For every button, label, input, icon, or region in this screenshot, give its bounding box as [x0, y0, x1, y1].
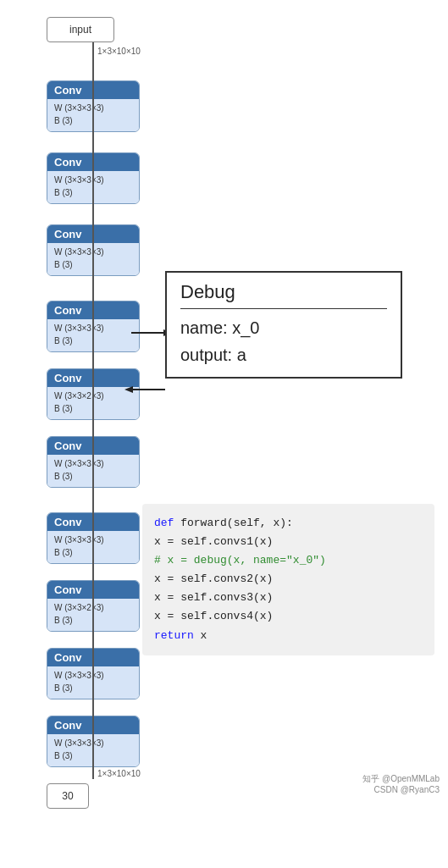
code-line3-text: # x = debug(x, name="x_0") — [154, 554, 326, 567]
conv-body-10: W (3×3×3×3) B (3) — [47, 734, 139, 766]
watermark-line2: CSDN @RyanC3 — [362, 785, 440, 794]
conv-block-6: Conv W (3×3×3×3) B (3) — [47, 436, 140, 488]
diagram-area: input 1×3×10×10 Conv W (3×3×3×3) B (3) C… — [0, 0, 448, 804]
conv-body-6: W (3×3×3×3) B (3) — [47, 455, 139, 487]
conv-body-7: W (3×3×3×3) B (3) — [47, 531, 139, 563]
conv-block-10: Conv W (3×3×3×3) B (3) — [47, 716, 140, 767]
code-line-5: x = self.convs3(x) — [154, 589, 423, 607]
conv-header-2: Conv — [47, 153, 139, 171]
code-line-2: x = self.convs1(x) — [154, 533, 423, 551]
code-line6-text: x = self.convs4(x) — [154, 610, 273, 622]
conv-block-1: Conv W (3×3×3×3) B (3) — [47, 80, 140, 132]
conv-block-3: Conv W (3×3×3×3) B (3) — [47, 224, 140, 276]
code-def-keyword: def — [154, 517, 180, 529]
input-node: input — [47, 17, 114, 42]
bottom-connector-label: 1×3×10×10 — [97, 769, 141, 778]
conv-body-1: W (3×3×3×3) B (3) — [47, 99, 139, 131]
code-return-keyword: return — [154, 629, 201, 642]
conv-header-4: Conv — [47, 301, 139, 319]
code-block: def forward(self, x): x = self.convs1(x)… — [142, 504, 434, 655]
conv-block-9: Conv W (3×3×3×3) B (3) — [47, 648, 140, 699]
debug-name-line: name: x_0 — [180, 314, 387, 341]
conv-header-8: Conv — [47, 581, 139, 599]
conv-block-8: Conv W (3×3×2×3) B (3) — [47, 580, 140, 632]
conv-block-7: Conv W (3×3×3×3) B (3) — [47, 512, 140, 564]
conv-body-9: W (3×3×3×3) B (3) — [47, 666, 139, 699]
code-line-4: x = self.convs2(x) — [154, 570, 423, 589]
conv-body-8: W (3×3×2×3) B (3) — [47, 599, 139, 631]
conv-header-1: Conv — [47, 81, 139, 99]
conv-block-5: Conv W (3×3×2×3) B (3) — [47, 368, 140, 420]
debug-output-line: output: a — [180, 341, 387, 368]
top-connector-label: 1×3×10×10 — [97, 47, 141, 56]
code-line-1: def forward(self, x): — [154, 514, 423, 533]
conv-header-10: Conv — [47, 716, 139, 734]
conv-block-2: Conv W (3×3×3×3) B (3) — [47, 152, 140, 204]
conv-header-6: Conv — [47, 437, 139, 455]
code-line-3: # x = debug(x, name="x_0") — [154, 551, 423, 570]
debug-box: Debug name: x_0 output: a — [165, 271, 402, 379]
conv-body-5: W (3×3×2×3) B (3) — [47, 387, 139, 419]
conv-header-9: Conv — [47, 649, 139, 666]
code-line-6: x = self.convs4(x) — [154, 607, 423, 626]
code-line2-text: x = self.convs1(x) — [154, 535, 273, 548]
debug-content: name: x_0 output: a — [180, 314, 387, 368]
conv-block-4: Conv W (3×3×3×3) B (3) — [47, 301, 140, 352]
conv-header-7: Conv — [47, 513, 139, 531]
code-line1-text: forward(self, x): — [180, 517, 293, 529]
conv-body-3: W (3×3×3×3) B (3) — [47, 243, 139, 275]
watermark-line1: 知乎 @OpenMMLab — [362, 773, 440, 785]
code-line-7: return x — [154, 627, 423, 645]
code-return-val: x — [201, 629, 207, 642]
output-node: 30 — [47, 783, 89, 809]
conv-body-4: W (3×3×3×3) B (3) — [47, 319, 139, 351]
conv-header-3: Conv — [47, 225, 139, 243]
code-line4-text: x = self.convs2(x) — [154, 572, 273, 585]
watermark: 知乎 @OpenMMLab CSDN @RyanC3 — [362, 773, 440, 794]
input-label: input — [69, 24, 91, 36]
conv-header-5: Conv — [47, 369, 139, 387]
code-line5-text: x = self.convs3(x) — [154, 591, 273, 604]
debug-title: Debug — [180, 281, 387, 309]
output-label: 30 — [62, 790, 73, 802]
conv-body-2: W (3×3×3×3) B (3) — [47, 171, 139, 203]
